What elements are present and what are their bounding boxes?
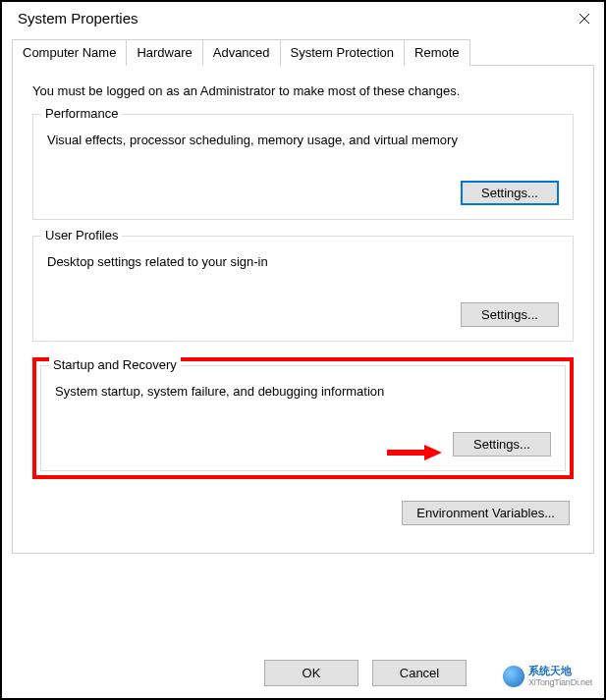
intro-text: You must be logged on as an Administrato… bbox=[32, 83, 574, 98]
ok-button[interactable]: OK bbox=[264, 660, 358, 686]
group-performance-legend: Performance bbox=[41, 106, 122, 121]
group-performance: Performance Visual effects, processor sc… bbox=[32, 114, 574, 220]
group-startup-recovery-desc: System startup, system failure, and debu… bbox=[55, 384, 551, 399]
globe-icon bbox=[503, 666, 524, 687]
tab-remote[interactable]: Remote bbox=[404, 39, 470, 66]
tab-system-protection[interactable]: System Protection bbox=[280, 39, 406, 66]
close-button[interactable] bbox=[577, 11, 592, 27]
group-startup-recovery: Startup and Recovery System startup, sys… bbox=[40, 365, 566, 471]
annotation-highlight: Startup and Recovery System startup, sys… bbox=[32, 357, 574, 479]
window-title: System Properties bbox=[18, 10, 138, 27]
cancel-button[interactable]: Cancel bbox=[372, 660, 467, 686]
watermark-line1: 系统天地 bbox=[528, 665, 592, 677]
close-icon bbox=[578, 13, 590, 25]
group-user-profiles-desc: Desktop settings related to your sign-in bbox=[47, 254, 559, 269]
startup-recovery-settings-button[interactable]: Settings... bbox=[453, 432, 551, 457]
watermark: 系统天地 XiTongTianDi.net bbox=[503, 665, 592, 688]
group-user-profiles: User Profiles Desktop settings related t… bbox=[32, 236, 574, 342]
tab-advanced[interactable]: Advanced bbox=[202, 39, 281, 66]
performance-settings-button[interactable]: Settings... bbox=[461, 181, 559, 205]
group-user-profiles-legend: User Profiles bbox=[41, 228, 122, 242]
environment-variables-button[interactable]: Environment Variables... bbox=[402, 501, 570, 525]
tab-computer-name[interactable]: Computer Name bbox=[12, 39, 127, 66]
group-startup-recovery-legend: Startup and Recovery bbox=[49, 357, 181, 372]
tab-panel-advanced: You must be logged on as an Administrato… bbox=[12, 66, 594, 554]
group-performance-desc: Visual effects, processor scheduling, me… bbox=[47, 133, 559, 147]
tab-strip: Computer Name Hardware Advanced System P… bbox=[12, 38, 594, 66]
user-profiles-settings-button[interactable]: Settings... bbox=[461, 302, 559, 327]
watermark-line2: XiTongTianDi.net bbox=[528, 677, 592, 688]
tab-hardware[interactable]: Hardware bbox=[126, 39, 202, 66]
